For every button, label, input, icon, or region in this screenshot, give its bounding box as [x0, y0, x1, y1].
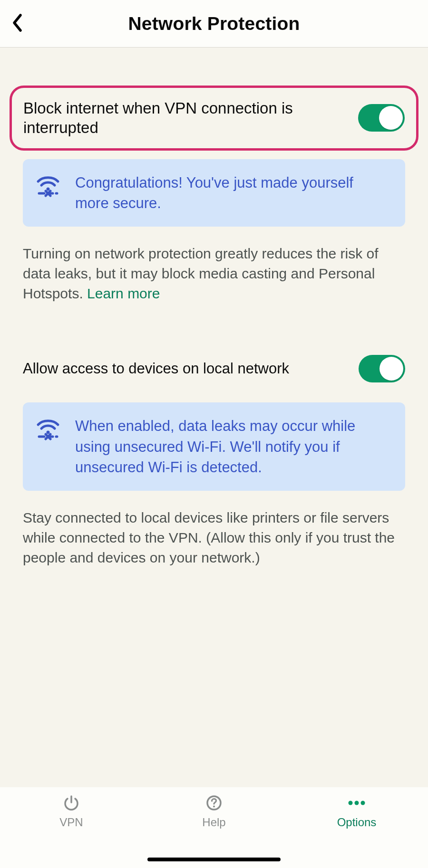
tab-vpn-label: VPN	[59, 816, 83, 829]
wifi-shield-icon	[35, 418, 61, 440]
content-area: Block internet when VPN connection is in…	[0, 48, 428, 568]
svg-point-4	[349, 801, 353, 805]
svg-point-5	[355, 801, 359, 805]
callout-local-network-text: When enabled, data leaks may occur while…	[75, 416, 391, 477]
toggle-knob	[379, 106, 403, 130]
svg-point-3	[213, 806, 215, 808]
block-internet-description: Turning on network protection greatly re…	[23, 244, 405, 304]
tab-options-label: Options	[337, 816, 377, 829]
learn-more-link[interactable]: Learn more	[87, 286, 160, 301]
wifi-shield-icon	[35, 174, 61, 197]
local-network-description: Stay connected to local devices like pri…	[23, 508, 405, 568]
block-internet-description-text: Turning on network protection greatly re…	[23, 246, 379, 301]
power-icon	[63, 794, 80, 812]
toggle-wrap	[358, 104, 405, 132]
setting-block-internet-label: Block internet when VPN connection is in…	[23, 98, 350, 138]
toggle-wrap	[359, 355, 405, 382]
callout-local-network: When enabled, data leaks may occur while…	[23, 402, 405, 491]
header-bar: Network Protection	[0, 0, 428, 48]
tab-help[interactable]: Help	[143, 794, 285, 868]
local-network-toggle[interactable]	[359, 355, 405, 382]
chevron-left-icon	[11, 13, 23, 34]
callout-block-internet-text: Congratulations! You've just made yourse…	[75, 172, 391, 214]
tab-help-label: Help	[202, 816, 225, 829]
help-icon	[205, 794, 223, 812]
tab-bar: VPN Help Options	[0, 787, 428, 868]
setting-local-network[interactable]: Allow access to devices on local network	[23, 355, 405, 382]
page-title: Network Protection	[128, 13, 300, 34]
back-button[interactable]	[7, 13, 28, 34]
svg-point-6	[361, 801, 365, 805]
svg-point-1	[47, 431, 50, 434]
home-indicator[interactable]	[147, 858, 281, 861]
setting-local-network-label: Allow access to devices on local network	[23, 360, 351, 378]
toggle-knob	[379, 357, 403, 381]
tab-options[interactable]: Options	[285, 794, 428, 868]
block-internet-toggle[interactable]	[358, 104, 405, 132]
tab-vpn[interactable]: VPN	[0, 794, 143, 868]
setting-block-internet[interactable]: Block internet when VPN connection is in…	[10, 86, 418, 151]
ellipsis-icon	[346, 794, 367, 812]
svg-point-0	[47, 187, 50, 191]
callout-block-internet: Congratulations! You've just made yourse…	[23, 159, 405, 227]
